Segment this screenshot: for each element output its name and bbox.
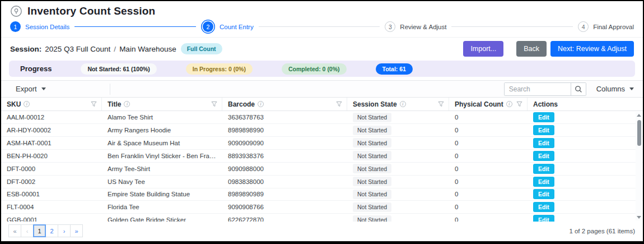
step-number-badge: 1: [10, 21, 21, 32]
edit-button[interactable]: Edit: [533, 164, 554, 174]
table-row: DFT-0002 US Navy Tee 0983838000 Not Star…: [1, 176, 643, 188]
cell-actions: Edit: [528, 177, 636, 187]
scroll-up-arrow-icon[interactable]: [637, 114, 641, 117]
cell-title: Ben Franklin Vinyl Sticker - Ben Frankli…: [102, 153, 222, 159]
state-badge: Not Started: [353, 126, 391, 135]
cell-count: 0: [449, 217, 528, 222]
table-row: ESB-00001 Empire State Building Statue 8…: [1, 188, 643, 201]
table-row: DFT-0000 Army Tee-Shirt 9090988000 Not S…: [1, 163, 643, 176]
state-badge: Not Started: [353, 151, 391, 160]
step-number-badge: 4: [578, 21, 589, 32]
step-label: Count Entry: [220, 24, 254, 30]
stepper-step[interactable]: 3 Review & Adjust: [385, 21, 446, 32]
table-row: GGB-0001 Golden Gate Bridge Sticker 6226…: [1, 214, 643, 222]
filter-funnel-icon[interactable]: [438, 101, 444, 107]
grid-footer: «‹12›» 1 of 2 pages (61 items): [1, 222, 643, 241]
page-button-«[interactable]: «: [8, 224, 21, 237]
cell-count: 0: [449, 178, 528, 185]
filter-funnel-icon[interactable]: [211, 101, 217, 107]
cell-count: 0: [449, 165, 528, 172]
cell-count: 0: [449, 127, 528, 133]
table-row: ASM-HAT-0001 Air & Space Museum Hat 9090…: [1, 137, 643, 150]
cell-title: Golden Gate Bridge Sticker: [102, 217, 222, 222]
back-button[interactable]: Back: [516, 41, 547, 57]
column-header-label: Actions: [533, 100, 558, 108]
cell-count: 0: [449, 140, 528, 146]
edit-button[interactable]: Edit: [533, 112, 554, 122]
session-bulb-icon: [10, 5, 22, 17]
export-button[interactable]: Export: [9, 82, 53, 96]
info-icon: i: [400, 101, 406, 107]
cell-title: Alamo Tee Shirt: [102, 114, 222, 121]
scrollbar-thumb[interactable]: [637, 120, 641, 146]
column-header[interactable]: SKU i: [1, 98, 102, 111]
edit-button[interactable]: Edit: [533, 125, 554, 135]
edit-button[interactable]: Edit: [533, 151, 554, 161]
session-label: Session:: [10, 45, 41, 53]
progress-band: Progress Not Started: 61 (100%)In Progre…: [9, 61, 635, 77]
session-actions: Import... Back Next: Review & Adjust: [463, 41, 634, 57]
cell-title: US Navy Tee: [102, 178, 222, 185]
column-header-label: Barcode: [228, 100, 255, 108]
stepper-connector: [74, 26, 196, 27]
cell-barcode: 9090908766: [222, 204, 347, 210]
edit-button[interactable]: Edit: [533, 138, 554, 148]
cell-barcode: 6226272870: [222, 217, 347, 222]
cell-actions: Edit: [528, 202, 636, 212]
stepper-step[interactable]: 2 Count Entry: [201, 20, 254, 34]
cell-session-state: Not Started: [347, 151, 449, 160]
chevron-down-icon: [41, 88, 46, 90]
toolbar-right: Columns: [504, 82, 637, 96]
column-header-label: SKU: [7, 100, 21, 108]
search-input[interactable]: [505, 83, 571, 95]
page-button-›[interactable]: ›: [58, 224, 71, 237]
cell-session-state: Not Started: [347, 113, 449, 122]
filter-funnel-icon[interactable]: [336, 101, 342, 107]
stepper-step[interactable]: 1 Session Details: [10, 21, 69, 32]
edit-button[interactable]: Edit: [533, 202, 554, 212]
column-header[interactable]: Session State i: [347, 98, 449, 111]
import-button[interactable]: Import...: [463, 41, 503, 57]
state-badge: Not Started: [353, 113, 391, 122]
column-header-label: Session State: [353, 100, 397, 108]
cell-sku: AALM-00012: [1, 114, 102, 121]
columns-button[interactable]: Columns: [593, 82, 637, 95]
progress-label: Progress: [20, 65, 52, 73]
edit-button[interactable]: Edit: [533, 215, 554, 222]
cell-actions: Edit: [528, 189, 636, 199]
cell-count: 0: [449, 191, 528, 197]
cell-sku: ESB-00001: [1, 191, 102, 197]
edit-button[interactable]: Edit: [533, 177, 554, 187]
cell-sku: AR-HDY-00002: [1, 127, 102, 133]
page-button-1[interactable]: 1: [33, 224, 46, 237]
search-group: [504, 82, 586, 96]
vertical-scrollbar[interactable]: [636, 112, 642, 220]
cell-title: Army Tee-Shirt: [102, 165, 222, 172]
full-count-badge: Full Count: [181, 43, 222, 54]
filter-funnel-icon[interactable]: [91, 101, 97, 107]
scroll-down-arrow-icon[interactable]: [637, 216, 641, 219]
step-label: Review & Adjust: [400, 24, 446, 30]
cell-sku: DFT-0000: [1, 165, 102, 172]
chevron-down-icon: [629, 88, 634, 90]
column-header[interactable]: Actions: [528, 98, 636, 111]
table-row: FLT-0004 Florida Tee 9090908766 Not Star…: [1, 201, 643, 214]
page-button-2[interactable]: 2: [45, 224, 58, 237]
info-icon: i: [124, 101, 130, 107]
column-header[interactable]: Barcode i: [222, 98, 347, 111]
table-row: AR-HDY-00002 Army Rangers Hoodie 8989898…: [1, 124, 643, 137]
search-icon: [575, 85, 582, 93]
next-review-adjust-button[interactable]: Next: Review & Adjust: [550, 41, 634, 57]
column-header[interactable]: Title i: [102, 98, 222, 111]
stepper-step[interactable]: 4 Final Approval: [578, 21, 634, 32]
column-header[interactable]: Physical Count i: [449, 98, 528, 111]
page-button-»[interactable]: »: [70, 224, 83, 237]
grid-toolbar: Export Columns: [1, 80, 643, 98]
cell-count: 0: [449, 114, 528, 121]
info-icon: i: [258, 101, 264, 107]
filter-funnel-icon[interactable]: [516, 101, 522, 107]
cell-title: Air & Space Museum Hat: [102, 140, 222, 146]
search-button[interactable]: [571, 83, 586, 95]
stepper-connector: [451, 26, 573, 27]
edit-button[interactable]: Edit: [533, 189, 554, 199]
